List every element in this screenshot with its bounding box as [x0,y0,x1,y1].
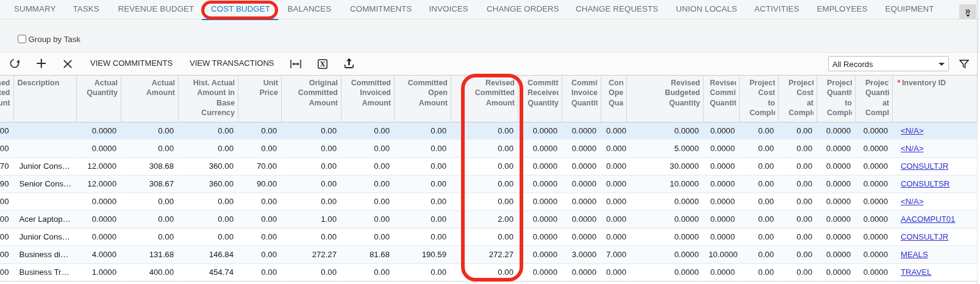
svg-text:X: X [320,60,326,68]
svg-text:»: » [965,5,971,16]
